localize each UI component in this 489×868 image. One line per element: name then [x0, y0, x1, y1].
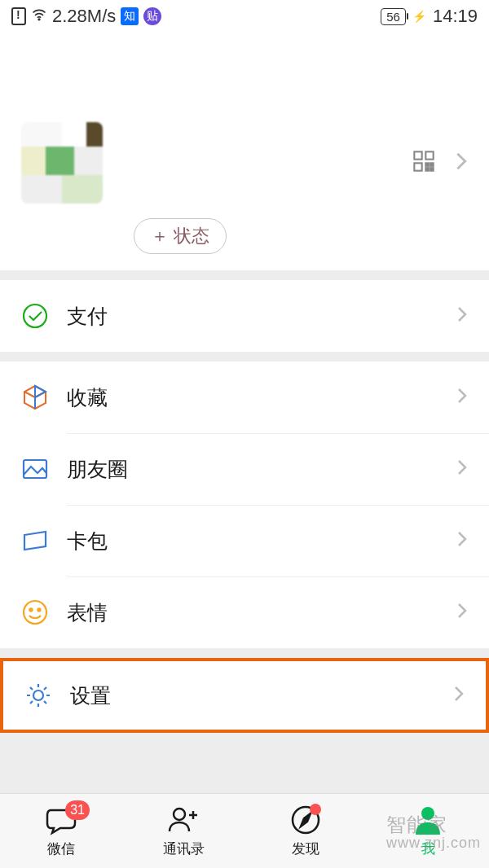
qr-chevron-area: [412, 150, 468, 176]
zhi-badge-icon: 知: [121, 7, 139, 25]
svg-rect-6: [425, 168, 429, 171]
gear-icon: [24, 682, 52, 709]
menu-group-settings-highlighted: 设置: [0, 658, 489, 733]
svg-point-0: [38, 19, 40, 20]
chevron-right-icon: [456, 458, 468, 480]
section-gap: [0, 352, 489, 362]
svg-rect-3: [414, 163, 421, 170]
menu-label: 卡包: [67, 528, 108, 555]
profile-section[interactable]: ＋ 状态: [0, 33, 489, 270]
menu-label: 朋友圈: [67, 456, 128, 483]
tie-badge-icon: 贴: [143, 7, 161, 25]
qr-code-icon[interactable]: [412, 150, 435, 176]
tab-contacts[interactable]: 通讯录: [122, 794, 244, 868]
status-right: 56 ⚡ 14:19: [381, 6, 478, 27]
net-speed: 2.28M/s: [52, 6, 116, 27]
status-button-label: ＋ 状态: [151, 224, 209, 248]
menu-item-pay[interactable]: 支付: [0, 280, 489, 352]
menu-item-favorites[interactable]: 收藏: [0, 362, 489, 433]
tab-discover[interactable]: 发现: [244, 794, 367, 868]
tab-me[interactable]: 我: [367, 794, 489, 868]
profile-row: [21, 122, 468, 204]
menu-item-moments[interactable]: 朋友圈: [0, 433, 489, 505]
section-gap: [0, 648, 489, 658]
menu-item-settings[interactable]: 设置: [3, 661, 486, 730]
chat-icon: 31: [44, 804, 78, 836]
avatar[interactable]: [21, 122, 103, 204]
svg-rect-4: [425, 163, 429, 166]
menu-label: 收藏: [67, 384, 108, 411]
sim-alert-icon: [11, 7, 26, 25]
menu-label: 支付: [67, 303, 108, 330]
pay-icon: [21, 302, 49, 330]
clock: 14:19: [433, 6, 478, 27]
status-bar: 2.28M/s 知 贴 56 ⚡ 14:19: [0, 0, 489, 33]
menu-group-main: 收藏 朋友圈 卡包: [0, 362, 489, 648]
status-button[interactable]: ＋ 状态: [134, 218, 227, 254]
contacts-icon: [166, 804, 200, 836]
svg-point-12: [37, 608, 40, 611]
svg-rect-1: [414, 151, 421, 159]
menu-item-cards[interactable]: 卡包: [0, 505, 489, 576]
menu-label: 设置: [70, 682, 111, 709]
chevron-right-icon: [453, 684, 465, 707]
tab-label: 通讯录: [163, 840, 205, 858]
svg-point-8: [24, 305, 46, 327]
menu-item-emoji[interactable]: 表情: [0, 576, 489, 648]
svg-rect-2: [425, 151, 433, 159]
tab-label: 我: [421, 840, 435, 858]
tab-chats[interactable]: 31 微信: [0, 794, 122, 868]
chevron-right-icon: [456, 601, 468, 624]
menu-label: 表情: [67, 599, 108, 626]
person-icon: [411, 804, 445, 836]
chevron-right-icon: [456, 305, 468, 327]
svg-point-11: [29, 608, 32, 611]
chevron-right-icon: [456, 529, 468, 552]
section-gap: [0, 270, 489, 280]
svg-point-16: [421, 807, 434, 820]
svg-point-10: [24, 601, 46, 624]
menu-group-pay: 支付: [0, 280, 489, 352]
compass-icon: [289, 804, 323, 836]
chevron-right-icon: [455, 150, 468, 176]
svg-point-14: [174, 809, 185, 820]
cube-icon: [21, 384, 49, 411]
image-icon: [21, 455, 49, 483]
svg-point-13: [33, 690, 43, 700]
chats-badge: 31: [65, 800, 90, 820]
chevron-right-icon: [456, 386, 468, 409]
status-left: 2.28M/s 知 贴: [11, 6, 161, 27]
charging-icon: ⚡: [412, 10, 426, 23]
tab-bar: 31 微信 通讯录 发现 我: [0, 793, 489, 868]
battery-icon: 56: [381, 8, 406, 25]
tab-label: 发现: [292, 840, 319, 858]
emoji-icon: [21, 598, 49, 626]
svg-rect-5: [430, 163, 434, 166]
tab-label: 微信: [47, 840, 75, 858]
card-icon: [21, 527, 49, 555]
wifi-icon: [31, 7, 47, 27]
svg-rect-7: [430, 168, 434, 171]
discover-dot: [310, 804, 321, 815]
